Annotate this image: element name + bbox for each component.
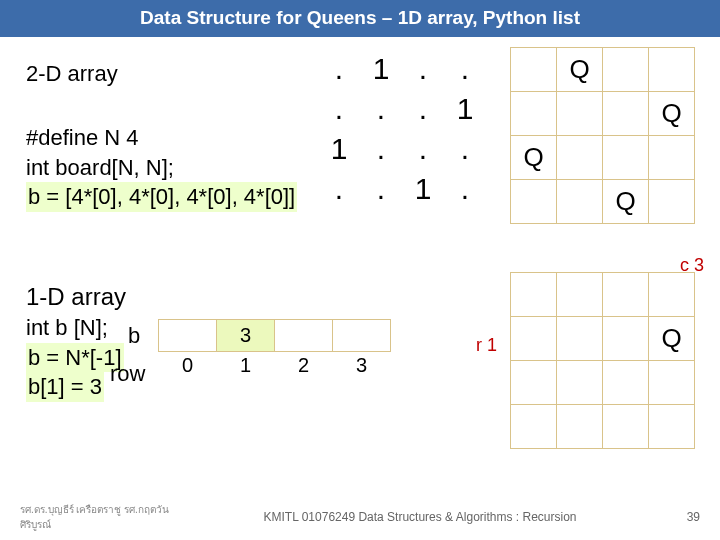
- board-top: Q Q Q Q: [510, 47, 695, 224]
- board-cell: [511, 48, 557, 92]
- board-cell: [649, 273, 695, 317]
- board-cell: Q: [511, 136, 557, 180]
- code-line: int board[N, N];: [26, 153, 297, 183]
- board-cell: [649, 136, 695, 180]
- board-cell: [511, 317, 557, 361]
- board-cell: [603, 48, 649, 92]
- board-cell: [603, 405, 649, 449]
- footer-authors: รศ.ดร.บุญธีร์ เครือตราชู รศ.กฤตวัน ศิริบ…: [20, 502, 180, 532]
- matrix-cell: .: [406, 89, 440, 129]
- matrix-cell: .: [364, 169, 398, 209]
- array-label-b: b: [128, 323, 140, 349]
- board-cell: Q: [649, 317, 695, 361]
- board-cell: [511, 361, 557, 405]
- array-label-row: row: [110, 361, 145, 387]
- matrix-cell: 1: [406, 169, 440, 209]
- board-cell: [557, 180, 603, 224]
- code-1d: int b [N]; b = N*[-1] b[1] = 3: [26, 313, 126, 402]
- board-cell: [649, 361, 695, 405]
- array-cell: 3: [217, 320, 275, 352]
- board-cell: Q: [603, 180, 649, 224]
- matrix-cell: .: [322, 89, 356, 129]
- board-cell: [511, 405, 557, 449]
- array-diagram: b row 3 0 1 2 3: [158, 319, 391, 380]
- matrix-cell: .: [322, 49, 356, 89]
- matrix-cell: .: [448, 49, 482, 89]
- label-r1: r 1: [476, 335, 497, 356]
- board-cell: [649, 405, 695, 449]
- matrix-cell: .: [448, 129, 482, 169]
- matrix-cell: .: [364, 89, 398, 129]
- footer-course: KMITL 01076249 Data Structures & Algorit…: [180, 510, 660, 524]
- footer: รศ.ดร.บุญธีร์ เครือตราชู รศ.กฤตวัน ศิริบ…: [0, 496, 720, 540]
- matrix-cell: .: [364, 129, 398, 169]
- matrix-cell: .: [406, 49, 440, 89]
- board-cell: [557, 92, 603, 136]
- board-cell: [603, 92, 649, 136]
- board-cell: [557, 273, 603, 317]
- footer-page: 39: [660, 510, 700, 524]
- code-line-highlight: b[1] = 3: [26, 372, 104, 402]
- board-cell: [557, 136, 603, 180]
- board-cell: [603, 317, 649, 361]
- matrix-cell: .: [406, 129, 440, 169]
- code-line-highlight: b = N*[-1]: [26, 343, 124, 373]
- code-line-highlight: b = [4*[0], 4*[0], 4*[0], 4*[0]]: [26, 182, 297, 212]
- matrix-cell: 1: [322, 129, 356, 169]
- matrix-cell: 1: [448, 89, 482, 129]
- board-cell: [557, 317, 603, 361]
- board-bottom: Q: [510, 272, 695, 449]
- code-line: #define N 4: [26, 123, 297, 153]
- array-cell: [159, 320, 217, 352]
- board-cell: [557, 405, 603, 449]
- matrix-dots: . 1 . . . . . 1 1 . . . . . 1 .: [314, 49, 490, 209]
- array-index: 3: [333, 352, 391, 380]
- array-index: 1: [217, 352, 275, 380]
- matrix-cell: 1: [364, 49, 398, 89]
- array-cell: [333, 320, 391, 352]
- heading-1d: 1-D array: [26, 283, 126, 311]
- array-cell: [275, 320, 333, 352]
- code-line: int b [N];: [26, 313, 126, 343]
- heading-2d: 2-D array: [26, 61, 118, 87]
- board-cell: [511, 92, 557, 136]
- matrix-cell: .: [322, 169, 356, 209]
- code-2d: #define N 4 int board[N, N]; b = [4*[0],…: [26, 123, 297, 212]
- slide-title: Data Structure for Queens – 1D array, Py…: [0, 0, 720, 37]
- board-cell: Q: [557, 48, 603, 92]
- board-cell: [511, 273, 557, 317]
- board-cell: [649, 180, 695, 224]
- board-cell: [649, 48, 695, 92]
- matrix-cell: .: [448, 169, 482, 209]
- array-index: 2: [275, 352, 333, 380]
- slide-body: 2-D array #define N 4 int board[N, N]; b…: [0, 37, 720, 517]
- board-cell: [603, 273, 649, 317]
- section-2d: 2-D array: [26, 61, 118, 87]
- board-cell: [557, 361, 603, 405]
- array-index: 0: [159, 352, 217, 380]
- board-cell: [603, 136, 649, 180]
- board-cell: [603, 361, 649, 405]
- board-cell: Q: [649, 92, 695, 136]
- board-cell: [511, 180, 557, 224]
